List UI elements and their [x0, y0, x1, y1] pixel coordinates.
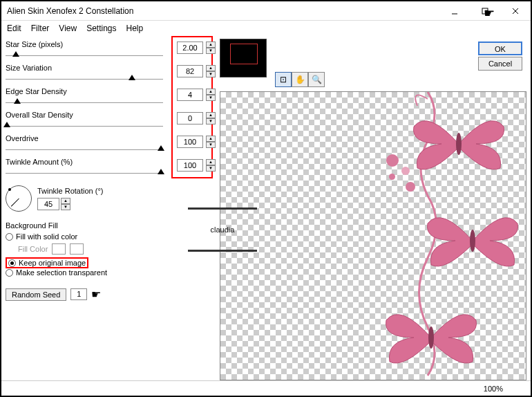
twinkle-amount-spinner[interactable]: ▲▼ [206, 159, 216, 172]
twinkle-amount-slider[interactable] [6, 173, 163, 174]
slider-thumb[interactable] [12, 51, 19, 57]
cancel-button[interactable]: Cancel [478, 57, 522, 71]
minimize-button[interactable] [439, 1, 470, 21]
slider-thumb[interactable] [129, 75, 135, 80]
slider-thumb[interactable] [158, 169, 164, 174]
svg-point-4 [456, 133, 462, 155]
overall-density-slider[interactable] [6, 126, 163, 127]
size-variation-slider[interactable] [6, 79, 163, 80]
slider-thumb[interactable] [158, 145, 164, 151]
menu-edit[interactable]: Edit [7, 24, 21, 33]
pointing-hand-icon: ☛ [91, 288, 101, 301]
hand-tool-icon[interactable]: ✋ [292, 72, 308, 87]
radio-make-transparent[interactable]: Make selection transparent [6, 268, 213, 277]
edge-density-spinner[interactable]: ▲▼ [206, 89, 216, 101]
twinkle-rotation-input[interactable]: 45 [37, 198, 59, 210]
svg-point-6 [428, 326, 434, 349]
preview-artwork [317, 91, 524, 380]
size-variation-spinner[interactable]: ▲▼ [206, 65, 216, 77]
overdrive-spinner[interactable]: ▲▼ [206, 136, 216, 148]
fill-color-label: Fill Color [18, 245, 48, 253]
edge-density-slider[interactable] [6, 102, 163, 103]
background-fill-header: Background Fill [6, 221, 213, 230]
zoom-level: 100% [484, 385, 503, 393]
overdrive-label: Overdrive [6, 134, 39, 142]
star-size-label: Star Size (pixels) [6, 40, 63, 48]
menu-settings[interactable]: Settings [86, 24, 116, 33]
window-title: Alien Skin Xenofex 2 Constellation [7, 6, 133, 16]
close-button[interactable] [500, 1, 531, 21]
menu-filter[interactable]: Filter [31, 24, 50, 33]
svg-point-5 [470, 230, 475, 252]
random-seed-input[interactable]: 1 [70, 288, 87, 300]
ok-button[interactable]: OK [478, 41, 522, 55]
size-variation-input[interactable]: 82 [177, 65, 203, 77]
pointing-hand-icon: ☛ [484, 6, 495, 21]
star-size-slider[interactable] [6, 55, 163, 56]
fill-color-swatch[interactable] [52, 243, 66, 255]
twinkle-rotation-spinner[interactable]: ▲▼ [61, 198, 70, 210]
radio-keep-original[interactable]: Keep original image [8, 259, 86, 267]
edge-density-input[interactable]: 4 [177, 89, 203, 101]
highlight-box-2: Keep original image [6, 257, 88, 268]
navigator-selection[interactable] [230, 44, 258, 64]
random-seed-button[interactable]: Random Seed [6, 288, 66, 301]
radio-fill-solid[interactable]: Fill with solid color [6, 232, 213, 241]
navigator-thumbnail[interactable] [220, 39, 267, 77]
overall-density-spinner[interactable]: ▲▼ [206, 112, 216, 124]
slider-thumb[interactable] [3, 122, 10, 127]
menu-help[interactable]: Help [126, 24, 144, 33]
menu-view[interactable]: View [59, 24, 77, 33]
twinkle-amount-input[interactable]: 100 [177, 159, 203, 172]
overdrive-slider[interactable] [6, 149, 163, 150]
edge-density-label: Edge Star Density [6, 87, 67, 95]
twinkle-rotation-label: Twinkle Rotation (°) [37, 187, 104, 195]
size-variation-label: Size Variation [6, 64, 52, 72]
twinkle-rotation-knob[interactable] [6, 185, 32, 212]
overdrive-input[interactable]: 100 [177, 136, 203, 148]
overall-density-input[interactable]: 0 [177, 112, 203, 124]
overall-density-label: Overall Star Density [6, 111, 73, 119]
fill-color-swatch2[interactable] [70, 243, 84, 255]
twinkle-amount-label: Twinkle Amount (%) [6, 158, 73, 166]
preview-area[interactable] [220, 91, 526, 380]
zoom-tool-icon[interactable]: 🔍 [308, 72, 325, 87]
slider-thumb[interactable] [14, 98, 21, 104]
watermark-badge: claudia [188, 207, 257, 252]
star-size-input[interactable]: 2.00 [177, 41, 203, 54]
star-size-spinner[interactable]: ▲▼ [206, 41, 216, 54]
selection-tool-icon[interactable]: ⊡ [275, 72, 292, 87]
